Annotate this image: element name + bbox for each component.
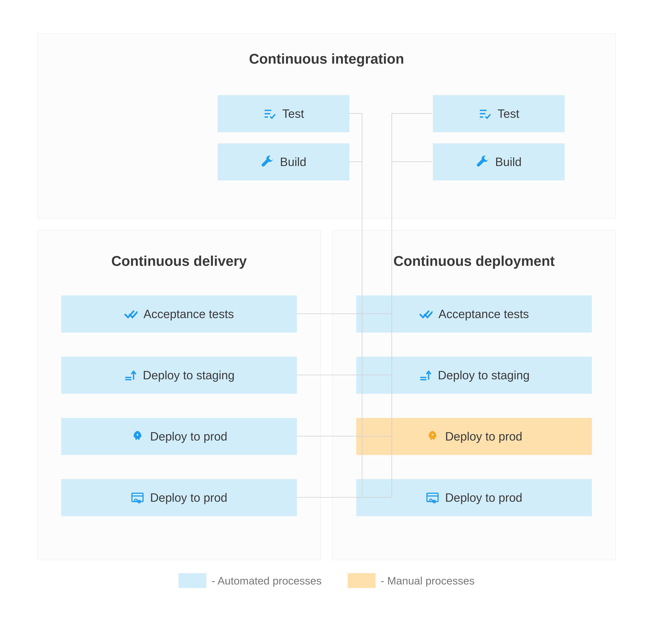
upload-lines-icon: [418, 369, 432, 382]
svg-point-20: [430, 499, 432, 502]
connector-line: [356, 375, 392, 375]
stage-label: Deploy to prod: [150, 430, 227, 443]
connector-line: [362, 113, 362, 497]
stage-cdel-prod-rocket: Deploy to prod: [61, 418, 297, 455]
section-continuous-delivery: Continuous delivery Acceptance tests Dep…: [37, 230, 321, 560]
wrench-icon: [261, 155, 274, 168]
stage-ci-right-test: Test: [433, 95, 565, 132]
rocket-icon: [131, 430, 144, 443]
stage-ci-right-build: Build: [433, 143, 565, 181]
stage-label: Deploy to staging: [143, 368, 235, 382]
legend-item-manual: - Manual processes: [348, 573, 475, 588]
browser-cog-icon: [131, 491, 144, 504]
rocket-icon: [426, 430, 439, 443]
section-title-cdep: Continuous deployment: [333, 253, 615, 269]
connector-line: [391, 113, 392, 497]
checklist-icon: [478, 107, 492, 120]
double-check-icon: [124, 307, 137, 321]
connector-line: [356, 314, 392, 314]
legend-swatch-manual: [348, 573, 376, 588]
stage-ci-left-build: Build: [218, 143, 349, 181]
stage-label: Deploy to prod: [150, 491, 227, 505]
svg-point-9: [137, 434, 138, 436]
section-title-cdel: Continuous delivery: [38, 253, 320, 269]
connector-line: [356, 497, 392, 498]
svg-point-12: [135, 499, 137, 502]
connector-line: [391, 161, 432, 162]
connector-line: [297, 497, 362, 498]
legend-label: - Manual processes: [381, 574, 475, 587]
browser-cog-icon: [426, 491, 439, 504]
stage-label: Deploy to staging: [438, 368, 530, 382]
legend-swatch-automated: [179, 573, 206, 588]
svg-point-17: [432, 434, 433, 436]
section-continuous-deployment: Continuous deployment Acceptance tests D…: [332, 230, 616, 560]
stage-label: Acceptance tests: [438, 307, 529, 321]
checklist-icon: [263, 107, 276, 120]
connector-line: [297, 314, 362, 314]
connector-line: [297, 436, 362, 436]
stage-label: Test: [497, 107, 519, 120]
connector-line: [349, 161, 362, 162]
legend: - Automated processes - Manual processes: [37, 573, 616, 588]
section-continuous-integration: Continuous integration Test Build Test B…: [37, 33, 616, 219]
stage-label: Build: [495, 155, 522, 169]
stage-label: Deploy to prod: [445, 430, 522, 443]
stage-label: Test: [282, 107, 304, 120]
connector-line: [391, 113, 432, 114]
double-check-icon: [419, 307, 432, 321]
stage-label: Build: [280, 155, 306, 169]
connector-line: [349, 113, 362, 114]
legend-label: - Automated processes: [211, 574, 321, 587]
stage-label: Acceptance tests: [143, 307, 234, 321]
stage-label: Deploy to prod: [445, 491, 522, 505]
connector-line: [356, 436, 392, 436]
stage-cdel-staging: Deploy to staging: [61, 357, 297, 394]
section-title-ci: Continuous integration: [38, 51, 615, 67]
connector-line: [297, 375, 362, 375]
stage-cdel-prod-browser: Deploy to prod: [61, 479, 297, 516]
stage-ci-left-test: Test: [218, 95, 349, 132]
stage-cdel-acceptance: Acceptance tests: [61, 296, 297, 332]
legend-item-automated: - Automated processes: [179, 573, 321, 588]
wrench-icon: [476, 155, 489, 168]
upload-lines-icon: [123, 369, 137, 382]
